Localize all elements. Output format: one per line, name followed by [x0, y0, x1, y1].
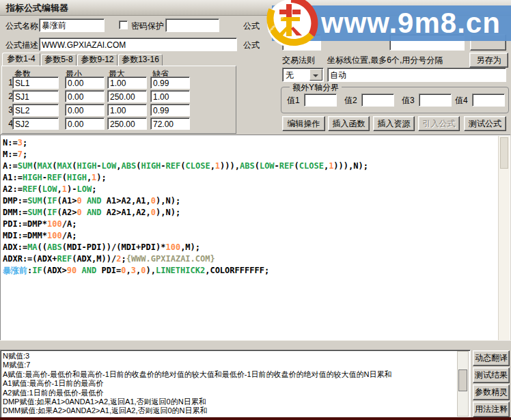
translation-line-2: M赋值:7 — [3, 361, 392, 369]
side-button-动态翻译[interactable]: 动态翻译 — [473, 350, 510, 366]
bottom-border-strip — [0, 417, 511, 420]
y-axis-groupbox: 额外Y轴分界 值1值2值3值4 — [281, 87, 509, 113]
translation-line-5: A2赋值:1日前的最低价-最低价 — [3, 389, 392, 397]
formula-name-label: 公式名称 — [5, 21, 38, 31]
param-default-input-1[interactable] — [150, 76, 190, 89]
param-table-panel: 参数最小最大缺省 1234 — [1, 66, 236, 134]
param-row-2: 2 — [2, 90, 236, 102]
y-axis-value-1-input[interactable] — [304, 94, 337, 107]
9m8-logo-icon: www.9m8.cn — [264, 0, 318, 51]
code-line-1: N:=3; — [3, 137, 497, 149]
password-protect-checkbox[interactable] — [119, 20, 128, 29]
right-label-row1: 公式 — [243, 21, 264, 31]
right-label-row2: 公式 — [243, 40, 264, 50]
code-line-12: 暴涨前:IF(ADX>90 AND PDI=0,3,0),LINETHICK2,… — [3, 265, 497, 277]
param-max-input-1[interactable] — [107, 76, 147, 89]
code-line-10: ADX:=MA((ABS(MDI-PDI))/(MDI+PDI)*100,M); — [3, 242, 497, 253]
param-default-input-4[interactable] — [150, 117, 190, 130]
action-button-插入资源[interactable]: 插入资源 — [373, 116, 415, 131]
param-min-input-2[interactable] — [65, 90, 105, 102]
translation-line-4: A1赋值:最高价-1日前的最高价 — [3, 379, 392, 388]
code-line-9: MDI:=DMM*100/A; — [3, 230, 497, 242]
param-max-input-2[interactable] — [107, 90, 147, 102]
translation-text: N赋值:3M赋值:7A赋值:最高价-最低价和最高价-1日前的收盘价的绝对值的较大… — [3, 352, 392, 416]
y-axis-label-1: 值1 — [287, 96, 300, 105]
code-line-8: PDI:=DMP*100/A; — [3, 219, 497, 230]
formula-desc-input[interactable] — [39, 38, 237, 51]
trade-rule-label: 交易法则 — [282, 55, 315, 65]
editor-scrollbar[interactable] — [498, 136, 510, 340]
side-button-参数精灵[interactable]: 参数精灵 — [473, 384, 510, 400]
save-as-button[interactable]: 另存为 — [469, 53, 508, 68]
password-input[interactable] — [165, 18, 219, 32]
param-row-1: 1 — [2, 76, 236, 89]
y-axis-label-3: 值3 — [402, 96, 415, 105]
translation-line-6: DMP赋值:如果A1>0ANDA1>A2,返回A1,否则返回0的N日累和 — [3, 397, 392, 406]
tab-参数9-12[interactable]: 参数9-12 — [77, 54, 118, 66]
translation-line-1: N赋值:3 — [3, 352, 392, 361]
watermark-text: www.9m8.cn — [321, 7, 501, 39]
trade-rule-value: 无 — [286, 70, 294, 81]
y-axis-value-2-input[interactable] — [361, 94, 394, 107]
formula-code-editor[interactable]: N:=3;M:=7;A:=SUM(MAX(MAX(HIGH-LOW,ABS(HI… — [0, 135, 510, 340]
param-default-input-3[interactable] — [150, 104, 190, 116]
side-button-测试结果[interactable]: 测试结果 — [473, 367, 510, 383]
param-min-input-4[interactable] — [65, 117, 105, 130]
code-line-5: A2:=REF(LOW,1)-LOW; — [3, 184, 497, 195]
code-line-6: DMP:=SUM(IF(A1>0 AND A1>A2,A1,0),N); — [3, 195, 497, 207]
action-button-引入公式: 引入公式 — [418, 116, 460, 131]
tab-参数1-4[interactable]: 参数1-4 — [2, 53, 40, 66]
code-line-4: A1:=HIGH-REF(HIGH,1); — [3, 172, 497, 184]
param-max-input-3[interactable] — [107, 104, 147, 116]
action-button-测试公式[interactable]: 测试公式 — [464, 116, 506, 131]
editor-scrollbar-thumb[interactable] — [500, 137, 508, 169]
translation-scrollbar[interactable] — [457, 351, 469, 417]
param-min-input-3[interactable] — [65, 104, 105, 116]
translation-panel: N赋值:3M赋值:7A赋值:最高价-最低价和最高价-1日前的收盘价的绝对值的较大… — [0, 350, 471, 418]
y-axis-group-title: 额外Y轴分界 — [290, 82, 342, 94]
formula-name-input[interactable] — [39, 18, 105, 32]
param-name-input-2[interactable] — [12, 90, 59, 102]
y-axis-value-4-input[interactable] — [472, 94, 505, 107]
code-lines: N:=3;M:=7;A:=SUM(MAX(MAX(HIGH-LOW,ABS(HI… — [3, 137, 497, 277]
formula-desc-label: 公式描述 — [5, 40, 38, 50]
splitter-handle[interactable] — [0, 340, 511, 350]
formula-editor-window: 指标公式编辑器 公式名称 密码保护 公式 公式描述 公式 参数1-4参数5-8参… — [0, 0, 511, 420]
param-min-input-1[interactable] — [65, 76, 105, 89]
param-name-input-3[interactable] — [12, 104, 59, 116]
translation-line-3: A赋值:最高价-最低价和最高价-1日前的收盘价的绝对值的较大值和最低价-1日前的… — [3, 370, 392, 379]
code-line-3: A:=SUM(MAX(MAX(HIGH-LOW,ABS(HIGH-REF(CLO… — [3, 160, 497, 172]
param-name-input-1[interactable] — [12, 76, 59, 89]
side-button-用法注释[interactable]: 用法注释 — [473, 402, 510, 417]
tab-参数5-8[interactable]: 参数5-8 — [41, 54, 77, 66]
param-row-3: 3 — [2, 104, 236, 116]
tab-参数13-16[interactable]: 参数13-16 — [118, 54, 163, 66]
chevron-down-icon[interactable] — [309, 69, 322, 81]
password-protect-label: 密码保护 — [131, 21, 164, 31]
y-axis-value-3-input[interactable] — [419, 94, 452, 107]
translation-scrollbar-thumb[interactable] — [458, 369, 467, 391]
y-axis-label-4: 值4 — [455, 96, 468, 105]
window-title: 指标公式编辑器 — [6, 2, 68, 14]
y-axis-label-2: 值2 — [344, 96, 357, 105]
translation-line-7: DMM赋值:如果A2>0ANDA2>A1,返回A2,否则返回0的N日累和 — [3, 406, 392, 415]
code-line-2: M:=7; — [3, 149, 497, 160]
param-row-4: 4 — [2, 117, 236, 130]
action-button-插入函数[interactable]: 插入函数 — [328, 116, 370, 131]
trade-rule-dropdown[interactable]: 无 — [282, 68, 324, 82]
param-max-input-4[interactable] — [107, 117, 147, 130]
coord-line-input[interactable] — [327, 68, 506, 82]
action-button-编辑操作[interactable]: 编辑操作 — [282, 116, 325, 131]
coord-line-label: 坐标线位置,最多6个,用分号分隔 — [327, 55, 443, 65]
param-name-input-4[interactable] — [12, 117, 59, 130]
code-line-7: DMM:=SUM(IF(A2>0 AND A2>A1,A2,0),N); — [3, 207, 497, 219]
param-default-input-2[interactable] — [150, 90, 190, 102]
code-line-11: ADXR:=(ADX+REF(ADX,M))/2;{WWW.GPXIAZAI.C… — [3, 253, 497, 265]
